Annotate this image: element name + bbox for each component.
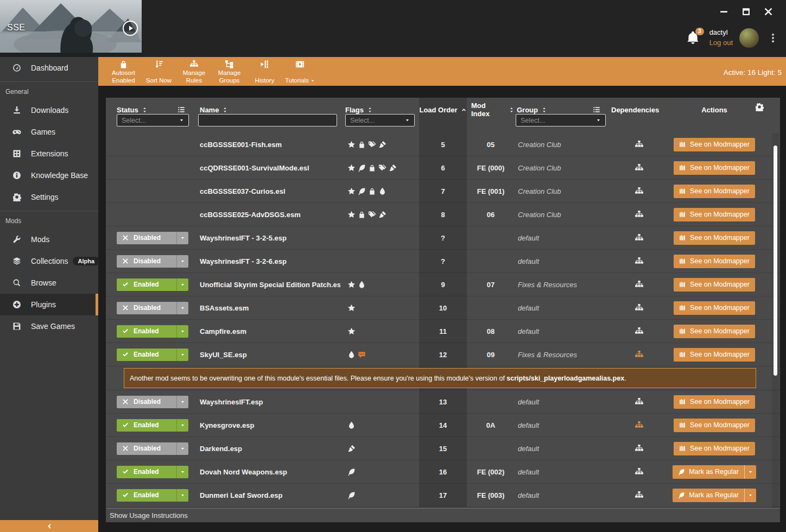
plugin-status-button[interactable]: Disabled xyxy=(117,442,188,455)
plugin-status-button[interactable]: Disabled xyxy=(117,232,188,244)
sidebar-item-label: Plugins xyxy=(31,300,56,309)
list-icon[interactable] xyxy=(178,106,185,113)
action-button-see-on-modmapper[interactable]: See on Modmapper xyxy=(674,442,755,455)
load-order-value: 12 xyxy=(439,351,447,359)
status-dropdown[interactable] xyxy=(176,325,188,338)
plugin-status-button[interactable]: Enabled xyxy=(117,466,188,478)
dependencies-icon[interactable] xyxy=(635,491,644,500)
play-button[interactable] xyxy=(123,21,138,36)
flags-filter-select[interactable]: Select... xyxy=(345,114,415,126)
dependencies-icon[interactable] xyxy=(635,444,644,453)
sidebar-item-knowledge-base[interactable]: Knowledge Base xyxy=(0,164,98,186)
action-dropdown[interactable] xyxy=(744,489,756,502)
toolbar-button-history[interactable]: History xyxy=(247,59,282,85)
action-button-see-on-modmapper[interactable]: See on Modmapper xyxy=(674,208,755,221)
plugin-status-button[interactable]: Enabled xyxy=(117,278,188,291)
action-dropdown[interactable] xyxy=(744,465,756,479)
status-dropdown[interactable] xyxy=(176,489,188,502)
dependencies-icon[interactable] xyxy=(635,140,644,149)
action-button-see-on-modmapper[interactable]: See on Modmapper xyxy=(674,419,755,432)
list-icon[interactable] xyxy=(593,106,600,113)
plugin-row: EnabledUnofficial Skyrim Special Edition… xyxy=(106,273,780,296)
sidebar-item-mods[interactable]: Mods xyxy=(0,229,98,250)
kebab-menu-icon[interactable] xyxy=(768,33,778,43)
action-button-see-on-modmapper[interactable]: See on Modmapper xyxy=(674,325,755,338)
sidebar-item-games[interactable]: Games xyxy=(0,121,98,143)
status-dropdown[interactable] xyxy=(176,232,188,244)
user-area: 3 dactyl Log out xyxy=(686,28,778,48)
action-button-see-on-modmapper[interactable]: See on Modmapper xyxy=(674,278,755,292)
status-dropdown[interactable] xyxy=(176,255,188,268)
plugin-status-button[interactable]: Enabled xyxy=(117,325,188,338)
status-dropdown[interactable] xyxy=(176,278,188,291)
minimize-button[interactable] xyxy=(719,7,728,16)
dependencies-icon[interactable] xyxy=(635,303,644,313)
plugin-status-button[interactable]: Enabled xyxy=(117,419,188,432)
dependencies-icon[interactable] xyxy=(635,397,644,407)
x-icon xyxy=(122,258,129,264)
dependencies-icon[interactable] xyxy=(635,280,644,289)
dependencies-icon[interactable] xyxy=(635,187,644,196)
dependencies-icon[interactable] xyxy=(635,163,644,173)
action-button-see-on-modmapper[interactable]: See on Modmapper xyxy=(674,348,755,362)
sidebar-item-dashboard[interactable]: Dashboard xyxy=(0,57,98,79)
action-button-see-on-modmapper[interactable]: See on Modmapper xyxy=(674,255,755,268)
sidebar-item-downloads[interactable]: Downloads xyxy=(0,99,98,121)
table-settings-gear-icon[interactable] xyxy=(755,103,764,111)
status-dropdown[interactable] xyxy=(176,302,188,314)
game-banner[interactable]: SSE xyxy=(0,0,142,57)
status-cell: Disabled xyxy=(117,437,193,460)
flags-cell xyxy=(340,226,419,249)
plugin-status-button[interactable]: Enabled xyxy=(117,349,188,361)
action-button-mark-as-regular[interactable]: Mark as Regular xyxy=(673,489,756,502)
mod-index-cell: FE (003) xyxy=(467,484,515,506)
plugin-status-button[interactable]: Disabled xyxy=(117,255,188,268)
sidebar-item-extensions[interactable]: Extensions xyxy=(0,143,98,164)
toolbar-button-sort-now[interactable]: Sort Now xyxy=(141,59,176,85)
close-button[interactable] xyxy=(764,7,773,16)
plugin-status-button[interactable]: Disabled xyxy=(117,396,188,408)
toolbar-button-autosort-enabled[interactable]: AutosortEnabled xyxy=(106,59,141,85)
action-button-see-on-modmapper[interactable]: See on Modmapper xyxy=(674,161,755,175)
group-filter-select[interactable]: Select... xyxy=(516,114,606,126)
dependencies-icon[interactable] xyxy=(635,210,644,219)
sidebar-item-plugins[interactable]: Plugins xyxy=(0,294,98,315)
action-button-see-on-modmapper[interactable]: See on Modmapper xyxy=(674,301,755,315)
toolbar-button-tutorials[interactable]: Tutorials xyxy=(282,59,318,85)
name-filter-input[interactable] xyxy=(198,114,337,126)
maximize-button[interactable] xyxy=(741,7,751,16)
dependencies-icon[interactable] xyxy=(635,257,644,266)
dependencies-icon[interactable] xyxy=(635,233,644,243)
action-button-mark-as-regular[interactable]: Mark as Regular xyxy=(673,465,756,479)
action-button-see-on-modmapper[interactable]: See on Modmapper xyxy=(674,185,755,198)
dependencies-icon[interactable] xyxy=(635,421,644,430)
status-dropdown[interactable] xyxy=(176,396,188,408)
avatar[interactable] xyxy=(739,28,759,48)
action-button-see-on-modmapper[interactable]: See on Modmapper xyxy=(674,138,755,151)
status-dropdown[interactable] xyxy=(176,419,188,432)
dependencies-icon[interactable] xyxy=(635,467,644,477)
action-button-see-on-modmapper[interactable]: See on Modmapper xyxy=(674,231,755,245)
logout-link[interactable]: Log out xyxy=(709,38,733,48)
scrollbar-thumb[interactable] xyxy=(774,145,777,376)
show-usage-instructions[interactable]: Show Usage Instructions xyxy=(106,508,780,522)
toolbar-button-manage-groups[interactable]: ManageGroups xyxy=(212,59,247,85)
sidebar-item-collections[interactable]: CollectionsAlpha xyxy=(0,250,98,272)
sidebar-item-save-games[interactable]: Save Games xyxy=(0,315,98,337)
sidebar-item-settings[interactable]: Settings xyxy=(0,186,98,208)
dependencies-icon[interactable] xyxy=(635,350,644,359)
status-label: Enabled xyxy=(134,327,159,335)
dependencies-icon[interactable] xyxy=(635,327,644,336)
toolbar-button-manage-rules[interactable]: ManageRules xyxy=(176,59,212,85)
action-button-see-on-modmapper[interactable]: See on Modmapper xyxy=(674,395,755,409)
status-dropdown[interactable] xyxy=(176,442,188,455)
sidebar-item-browse[interactable]: Browse xyxy=(0,272,98,294)
sidebar-collapse-button[interactable] xyxy=(0,520,98,532)
status-dropdown[interactable] xyxy=(176,349,188,361)
column-label-actions: Actions xyxy=(701,106,727,114)
plugin-status-button[interactable]: Enabled xyxy=(117,489,188,502)
plugin-status-button[interactable]: Disabled xyxy=(117,302,188,314)
notifications-button[interactable]: 3 xyxy=(686,31,700,45)
status-dropdown[interactable] xyxy=(176,466,188,478)
status-filter-select[interactable]: Select... xyxy=(117,114,189,126)
